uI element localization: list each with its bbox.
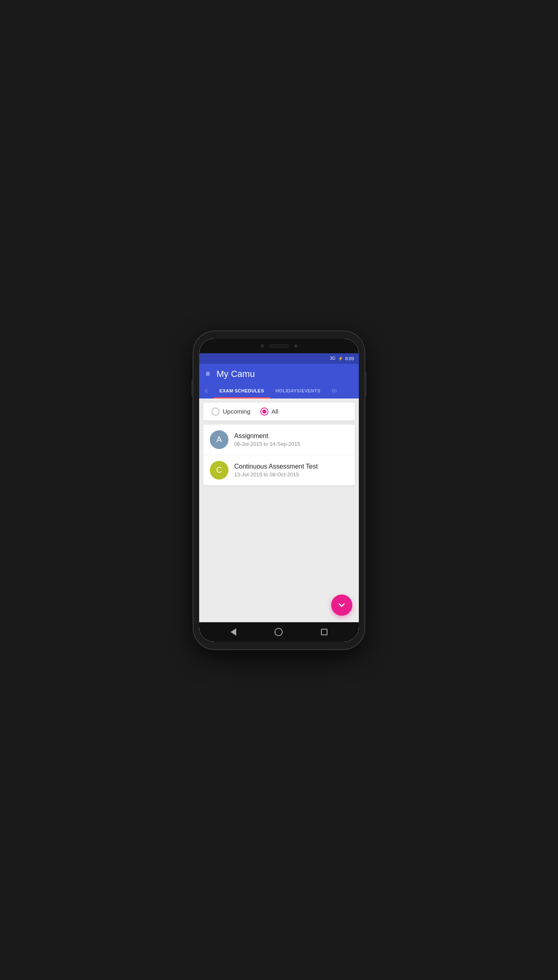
- chevron-down-icon: [337, 600, 347, 610]
- recents-button[interactable]: [321, 629, 327, 635]
- phone-top-bar: [199, 339, 359, 353]
- avatar-assignment: A: [210, 430, 228, 449]
- back-button[interactable]: [231, 628, 236, 636]
- status-bar: 3G ⚡ 8:09: [199, 353, 359, 364]
- camera-dot: [261, 344, 264, 348]
- status-time: 8:09: [345, 356, 354, 361]
- tab-bi[interactable]: BI: [326, 384, 343, 399]
- phone-screen: 3G ⚡ 8:09 ≡ My Camu E EXAM SCHEDULES HOL…: [199, 339, 359, 642]
- signal-icon: 3G: [330, 356, 335, 361]
- app-title: My Camu: [217, 369, 255, 379]
- content-area: Upcoming All A Assignment 06-Jul-2015 to…: [199, 399, 359, 622]
- tab-exam-schedules[interactable]: EXAM SCHEDULES: [214, 384, 270, 399]
- all-radio-button[interactable]: [260, 407, 268, 416]
- bottom-nav-bar: [199, 622, 359, 642]
- all-radio-option[interactable]: All: [260, 407, 279, 416]
- tab-e[interactable]: E: [199, 384, 214, 399]
- upcoming-radio-option[interactable]: Upcoming: [211, 407, 250, 416]
- filter-card: Upcoming All: [203, 403, 355, 421]
- avatar-cat: C: [210, 461, 228, 480]
- item-text-assignment: Assignment 06-Jul-2015 to 14-Sep-2015: [234, 432, 300, 447]
- home-icon: [275, 628, 283, 636]
- list-item[interactable]: C Continuous Assessment Test 13-Jul-2015…: [203, 455, 355, 485]
- item-title-cat: Continuous Assessment Test: [234, 463, 318, 470]
- list-item[interactable]: A Assignment 06-Jul-2015 to 14-Sep-2015: [203, 425, 355, 455]
- item-subtitle-cat: 13-Jul-2015 to 08-Oct-2015: [234, 471, 318, 478]
- fab-button[interactable]: [331, 595, 352, 616]
- item-subtitle-assignment: 06-Jul-2015 to 14-Sep-2015: [234, 441, 300, 447]
- exam-list-card: A Assignment 06-Jul-2015 to 14-Sep-2015 …: [203, 425, 355, 485]
- upcoming-radio-label: Upcoming: [223, 408, 250, 415]
- front-sensor: [294, 344, 297, 348]
- recents-icon: [321, 629, 327, 635]
- item-text-cat: Continuous Assessment Test 13-Jul-2015 t…: [234, 463, 318, 478]
- back-icon: [231, 628, 236, 636]
- phone-device: 3G ⚡ 8:09 ≡ My Camu E EXAM SCHEDULES HOL…: [193, 331, 365, 649]
- speaker-grill: [269, 344, 289, 348]
- menu-icon[interactable]: ≡: [206, 370, 210, 378]
- upcoming-radio-button[interactable]: [211, 407, 220, 416]
- battery-icon: ⚡: [338, 356, 343, 361]
- tab-holidays-events[interactable]: HOLIDAYS/EVENTS: [270, 384, 326, 399]
- home-button[interactable]: [275, 628, 283, 636]
- tabs-bar: E EXAM SCHEDULES HOLIDAYS/EVENTS BI: [199, 384, 359, 399]
- app-bar: ≡ My Camu: [199, 364, 359, 384]
- all-radio-label: All: [272, 408, 279, 415]
- item-title-assignment: Assignment: [234, 432, 300, 440]
